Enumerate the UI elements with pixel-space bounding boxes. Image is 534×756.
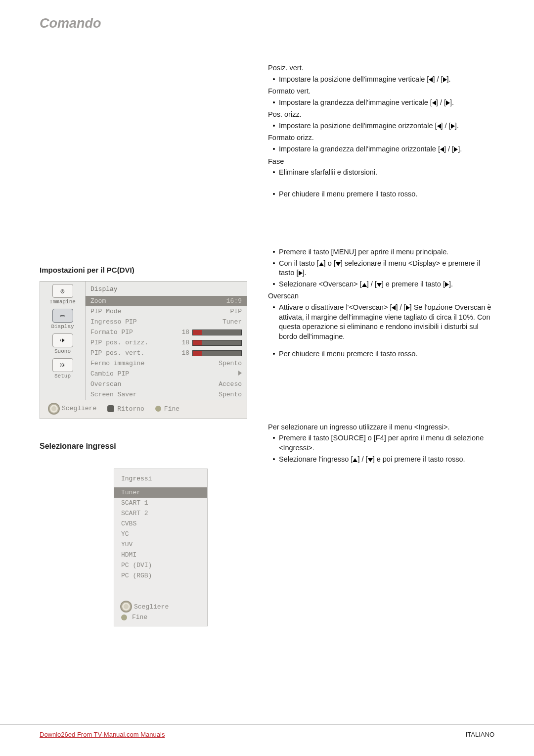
bullet-icon: [273, 78, 275, 80]
setup-icon: ⛭: [52, 358, 73, 372]
osd-row-zoom[interactable]: Zoom 16:9: [86, 296, 247, 306]
osd-row-pipposh[interactable]: PIP pos. orizz. 18: [86, 337, 247, 348]
section2-heading: Selezionare ingressi: [40, 442, 251, 451]
bullet: Attivare o disattivare l'<Overscan> [] /…: [268, 303, 494, 341]
arrow-right-icon: [406, 305, 410, 310]
osd2-row-pcrgb[interactable]: PC (RGB): [114, 570, 207, 581]
arrow-left-icon: [429, 77, 433, 82]
content-columns: Impostazioni per il PC(DVI) ◎ Immagine ▭…: [40, 61, 494, 626]
arrow-up-icon: [319, 262, 324, 266]
spacer: [40, 61, 251, 259]
arrow-right-icon: [454, 147, 458, 152]
bullet-icon: [273, 193, 275, 195]
osd-row-fermo[interactable]: Fermo immagine Spento: [86, 358, 247, 369]
download-link[interactable]: Downlo26ed From TV-Manual.com Manuals: [40, 731, 165, 738]
bullet: Impostare la grandezza dell'immagine ver…: [268, 98, 494, 108]
bullet-icon: [273, 458, 275, 460]
bullet: Impostare la posizione dell'immagine ver…: [268, 75, 494, 85]
osd-row-cambiopip[interactable]: Cambio PIP: [86, 369, 247, 379]
osd-row-screensaver[interactable]: Screen Saver Spento: [86, 389, 247, 400]
osd-row-pipmode[interactable]: PIP Mode PIP: [86, 306, 247, 317]
dpad-icon: [121, 602, 131, 612]
osd-sidebar-setup[interactable]: ⛭ Setup: [40, 356, 85, 380]
heading: Fase: [268, 157, 494, 167]
osd2-row-yuv[interactable]: YUV: [114, 539, 207, 550]
osd2-row-scart1[interactable]: SCART 1: [114, 498, 207, 508]
sound-icon: 🕩: [52, 333, 73, 347]
dot-icon: [121, 614, 127, 620]
osd-sidebar-suono[interactable]: 🕩 Suono: [40, 331, 85, 356]
arrow-right-icon: [299, 271, 303, 276]
footer-ritorno: Ritorno: [107, 405, 144, 413]
osd-footer: Scegliere Ritorno Fine: [40, 400, 247, 419]
footer-scegliere: Scegliere: [49, 404, 96, 414]
chevron-right-icon: [238, 371, 242, 376]
bullet: Eliminare sfarfallii e distorsioni.: [268, 168, 494, 178]
arrow-left-icon: [437, 124, 441, 129]
right-column: Posiz. vert. Impostare la posizione dell…: [268, 61, 494, 626]
arrow-down-icon: [377, 283, 382, 287]
osd2-title: Ingressi: [114, 472, 207, 487]
osd-sidebar: ◎ Immagine ▭ Display 🕩 Suono ⛭: [40, 282, 86, 400]
slider[interactable]: [192, 330, 242, 335]
bullet-icon: [273, 353, 275, 355]
bullet-icon: [273, 101, 275, 103]
osd2-row-yc[interactable]: YC: [114, 529, 207, 539]
bullet: Selezionare <Overscan> [] / [] e premere…: [268, 280, 494, 289]
osd-display-panel: ◎ Immagine ▭ Display 🕩 Suono ⛭: [40, 281, 247, 419]
arrow-left-icon: [432, 100, 436, 105]
bullet: Con il tasto [] o [] selezionare il menu…: [268, 259, 494, 278]
arrow-right-icon: [446, 100, 450, 105]
bullet-icon: [273, 262, 275, 264]
arrow-right-icon: [445, 282, 449, 287]
bullet: Premere il tasto [MENU] per aprire il me…: [268, 247, 494, 257]
section1-heading: Impostazioni per il PC(DVI): [40, 266, 251, 274]
arrow-up-icon: [353, 458, 357, 462]
osd-row-pipposv[interactable]: PIP pos. vert. 18: [86, 348, 247, 358]
arrow-down-icon: [368, 458, 373, 462]
osd-title: Display: [86, 282, 247, 296]
heading: Formato vert.: [268, 87, 494, 96]
arrow-left-icon: [440, 147, 444, 152]
osd2-row-hdmi[interactable]: HDMI: [114, 550, 207, 560]
osd-row-overscan[interactable]: Overscan Acceso: [86, 379, 247, 389]
bullet: Selezionare l'ingresso [] / [] e poi pre…: [268, 455, 494, 465]
bullet: Per chiudere il menu premere il tasto ro…: [268, 349, 494, 359]
paragraph: Per selezionare un ingresso utilizzare i…: [268, 423, 494, 432]
osd-sidebar-immagine[interactable]: ◎ Immagine: [40, 282, 85, 306]
arrow-right-icon: [443, 77, 447, 82]
bullet-icon: [273, 251, 275, 253]
slider[interactable]: [192, 350, 242, 356]
osd-main: Display Zoom 16:9 PIP Mode PIP Ingresso …: [86, 282, 247, 400]
slider[interactable]: [192, 340, 242, 346]
bullet: Premere il tasto [SOURCE] o [F4] per apr…: [268, 433, 494, 453]
arrow-down-icon: [336, 262, 341, 266]
picture-icon: ◎: [52, 284, 73, 298]
tv-icon: [107, 405, 114, 412]
bullet: Per chiudere il menu premere il tasto ro…: [268, 189, 494, 199]
heading: Pos. orizz.: [268, 110, 494, 120]
osd-body: ◎ Immagine ▭ Display 🕩 Suono ⛭: [40, 282, 247, 400]
osd-row-formatopip[interactable]: Formato PIP 18: [86, 327, 247, 337]
osd2-footer: Scegliere Fine: [114, 601, 207, 622]
osd2-row-pcdvi[interactable]: PC (DVI): [114, 560, 207, 570]
osd2-row-scart2[interactable]: SCART 2: [114, 508, 207, 519]
bullet-icon: [273, 283, 275, 285]
osd2-row-cvbs[interactable]: CVBS: [114, 519, 207, 529]
osd-ingressi-panel: Ingressi Tuner SCART 1 SCART 2 CVBS YC Y…: [114, 469, 208, 626]
footer-fine: Fine: [155, 405, 179, 413]
bullet: Impostare la posizione dell'immagine ori…: [268, 121, 494, 131]
bullet-icon: [273, 125, 275, 127]
heading: Overscan: [268, 291, 494, 301]
arrow-up-icon: [362, 283, 367, 287]
arrow-left-icon: [392, 305, 396, 310]
osd2-row-tuner[interactable]: Tuner: [114, 487, 207, 498]
heading: Posiz. vert.: [268, 63, 494, 73]
bullet-icon: [273, 148, 275, 150]
osd-sidebar-display[interactable]: ▭ Display: [40, 306, 85, 331]
osd-row-ingressopip[interactable]: Ingresso PIP Tuner: [86, 317, 247, 327]
bullet-icon: [273, 171, 275, 173]
left-column: Impostazioni per il PC(DVI) ◎ Immagine ▭…: [40, 61, 251, 626]
dpad-icon: [49, 404, 59, 414]
page: Comando Impostazioni per il PC(DVI) ◎ Im…: [0, 0, 534, 646]
